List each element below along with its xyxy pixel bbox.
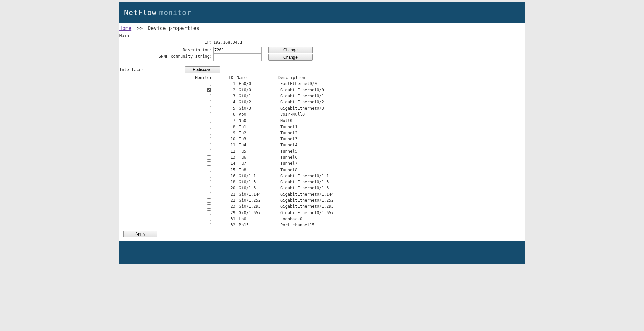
- interface-row: 7Nu0Null0: [139, 117, 525, 124]
- interface-name: Tu7: [237, 161, 279, 166]
- interface-name: Gi0/0: [237, 88, 279, 92]
- monitor-checkbox[interactable]: [207, 180, 211, 184]
- monitor-checkbox[interactable]: [207, 100, 211, 104]
- monitor-checkbox[interactable]: [207, 106, 211, 110]
- interface-id: 6: [214, 112, 237, 117]
- monitor-checkbox[interactable]: [207, 174, 211, 178]
- monitor-checkbox[interactable]: [207, 161, 211, 166]
- interface-row: 12Tu5Tunnel5: [139, 148, 525, 154]
- interface-id: 14: [214, 161, 237, 166]
- col-header-id: ID: [212, 75, 235, 80]
- interface-id: 1: [214, 81, 237, 86]
- interface-row: 11Tu4Tunnel4: [139, 142, 525, 148]
- interface-row: 6Vo0VoIP-Null0: [139, 111, 525, 117]
- interface-name: Nu0: [237, 118, 279, 123]
- interface-id: 7: [214, 118, 237, 123]
- monitor-checkbox[interactable]: [207, 88, 211, 92]
- monitor-checkbox[interactable]: [207, 94, 211, 98]
- interface-row: 20Gi0/1.6GigabitEthernet0/1.6: [139, 185, 525, 191]
- interface-row: 31Lo0Loopback0: [139, 216, 525, 222]
- interface-name: Gi0/1.3: [237, 180, 279, 184]
- interfaces-table: Monitor ID Name Description 1Fa0/0FastEt…: [139, 75, 525, 228]
- monitor-checkbox[interactable]: [207, 168, 211, 172]
- interface-id: 2: [214, 88, 237, 92]
- interface-name: Gi0/1.144: [237, 192, 279, 197]
- breadcrumb-home-link[interactable]: Home: [119, 25, 131, 31]
- rediscover-button[interactable]: Rediscover: [185, 66, 220, 73]
- interface-name: Gi0/1: [237, 94, 279, 98]
- interface-description: Tunnel2: [279, 131, 381, 135]
- breadcrumb-current: Device properties: [148, 25, 199, 31]
- interface-row: 13Tu6Tunnel6: [139, 154, 525, 160]
- app-header: NetFlow monitor: [119, 2, 525, 23]
- interface-row: 14Tu7Tunnel7: [139, 160, 525, 167]
- monitor-checkbox[interactable]: [207, 125, 211, 129]
- interface-description: Port-channel15: [279, 223, 381, 227]
- interface-name: Tu4: [237, 143, 279, 147]
- monitor-checkbox[interactable]: [207, 198, 211, 203]
- interface-id: 10: [214, 137, 237, 141]
- interface-row: 18Gi0/1.3GigabitEthernet0/1.3: [139, 179, 525, 185]
- interface-row: 22Gi0/1.252GigabitEthernet0/1.252: [139, 197, 525, 203]
- interface-description: GigabitEthernet0/1.144: [279, 192, 381, 197]
- monitor-checkbox[interactable]: [207, 204, 211, 209]
- label-snmp: SNMP community string:: [119, 54, 213, 59]
- description-input[interactable]: [213, 47, 262, 54]
- interface-row: 8Tu1Tunnel1: [139, 124, 525, 130]
- label-description: Description:: [119, 48, 213, 52]
- interface-name: Vo0: [237, 112, 279, 117]
- footer: [119, 241, 525, 264]
- interface-description: Tunnel3: [279, 137, 381, 141]
- interface-name: Gi0/1.6: [237, 186, 279, 190]
- interface-id: 15: [214, 168, 237, 172]
- interface-row: 5Gi0/3GigabitEthernet0/3: [139, 105, 525, 111]
- interface-row: 15Tu8Tunnel8: [139, 167, 525, 173]
- monitor-checkbox[interactable]: [207, 131, 211, 135]
- col-header-monitor: Monitor: [139, 75, 212, 80]
- change-description-button[interactable]: Change: [268, 47, 313, 53]
- monitor-checkbox[interactable]: [207, 192, 211, 196]
- monitor-checkbox[interactable]: [207, 119, 211, 123]
- interface-name: Tu2: [237, 131, 279, 135]
- brand-name: NetFlow: [124, 8, 156, 17]
- interface-description: GigabitEthernet0/1.657: [279, 210, 381, 215]
- interface-id: 4: [214, 100, 237, 104]
- monitor-checkbox[interactable]: [207, 82, 211, 86]
- interface-name: Po15: [237, 223, 279, 227]
- interface-id: 11: [214, 143, 237, 147]
- change-snmp-button[interactable]: Change: [268, 54, 313, 61]
- monitor-checkbox[interactable]: [207, 137, 211, 141]
- monitor-checkbox[interactable]: [207, 143, 211, 147]
- interface-name: Gi0/1.293: [237, 204, 279, 209]
- snmp-input[interactable]: [213, 54, 262, 61]
- monitor-checkbox[interactable]: [207, 223, 211, 227]
- interface-id: 31: [214, 217, 237, 221]
- breadcrumb-separator: >>: [137, 25, 143, 31]
- monitor-checkbox[interactable]: [207, 112, 211, 116]
- interface-name: Tu1: [237, 125, 279, 129]
- monitor-checkbox[interactable]: [207, 186, 211, 190]
- col-header-name: Name: [235, 75, 277, 80]
- label-ip: IP:: [119, 40, 213, 45]
- interface-description: GigabitEthernet0/2: [279, 100, 381, 104]
- col-header-description: Description: [277, 75, 379, 80]
- interface-description: Loopback0: [279, 217, 381, 221]
- monitor-checkbox[interactable]: [207, 210, 211, 215]
- interface-description: Tunnel4: [279, 143, 381, 147]
- monitor-checkbox[interactable]: [207, 217, 211, 221]
- interface-description: Null0: [279, 118, 381, 123]
- interface-name: Gi0/1.657: [237, 210, 279, 215]
- interface-id: 21: [214, 192, 237, 197]
- interface-row: 4Gi0/2GigabitEthernet0/2: [139, 99, 525, 105]
- monitor-checkbox[interactable]: [207, 155, 211, 160]
- interface-description: GigabitEthernet0/1.1: [279, 174, 381, 178]
- interface-description: VoIP-Null0: [279, 112, 381, 117]
- interface-name: Lo0: [237, 217, 279, 221]
- interface-id: 22: [214, 198, 237, 203]
- interface-id: 3: [214, 94, 237, 98]
- interface-name: Tu5: [237, 149, 279, 154]
- monitor-checkbox[interactable]: [207, 149, 211, 153]
- interface-description: GigabitEthernet0/1.6: [279, 186, 381, 190]
- interface-id: 9: [214, 131, 237, 135]
- apply-button[interactable]: Apply: [123, 231, 157, 237]
